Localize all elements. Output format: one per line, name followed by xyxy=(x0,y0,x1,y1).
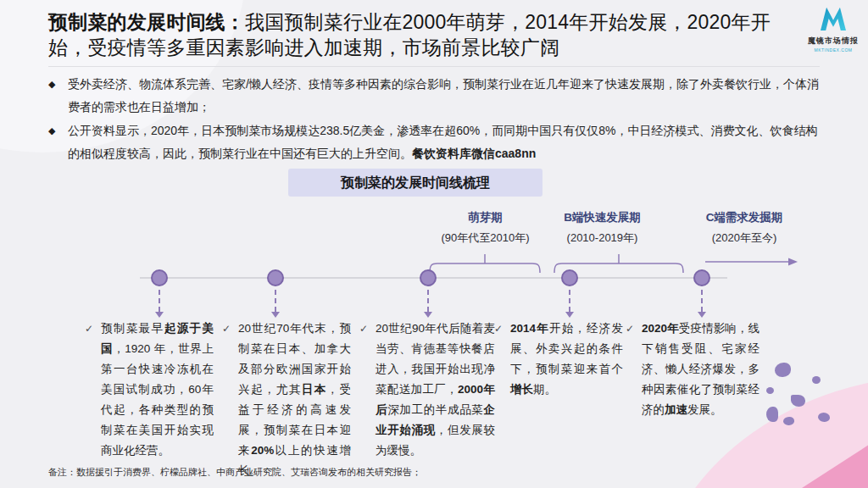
brace-connector-1 xyxy=(429,253,541,274)
header-divider xyxy=(48,66,820,67)
bullet-2-bold: 餐饮资料库微信caa8nn xyxy=(412,147,536,160)
timeline-item-china-start: ✓ 20世纪90年代后随着麦当劳、肯德基等快餐店进入，我国开始出现净菜配送加工厂… xyxy=(359,319,495,461)
dashed-down-arrow xyxy=(569,290,570,312)
check-icon: ✓ xyxy=(222,319,233,481)
phase-range: (2020年至今) xyxy=(676,230,812,246)
dashed-down-arrow xyxy=(159,290,160,312)
logo-text: 魔镜市场情报 xyxy=(804,36,863,47)
timeline-item-usa-origin: ✓ 预制菜最早起源于美国，1920 年，世界上第一台快速冷冻机在美国试制成功，6… xyxy=(85,319,214,461)
phase-range: (90年代至2010年) xyxy=(420,230,551,246)
bullet-item: ◆ 公开资料显示，2020年，日本预制菜市场规模达238.5亿美金，渗透率在超6… xyxy=(48,119,824,165)
timeline-dot-1 xyxy=(151,269,168,286)
logo-subtext: MKTINDEX.COM xyxy=(804,47,863,53)
timeline-item-2014-growth: ✓ 2014年开始，经济发展、外卖兴起的条件下，预制菜迎来首个增长期。 xyxy=(494,319,623,400)
bullet-1-text: 受外卖经济、物流体系完善、宅家/懒人经济、疫情等多种因素的综合影响，预制菜行业在… xyxy=(68,77,819,114)
phase-label-c-side-demand: C端需求发掘期 (2020年至今) xyxy=(676,210,812,246)
seg: 发展。 xyxy=(687,403,722,416)
purple-dot xyxy=(818,413,830,422)
check-icon: ✓ xyxy=(85,319,96,461)
phase-range: (2010-2019年) xyxy=(537,230,668,246)
timeline-dot-3 xyxy=(420,269,437,286)
check-icon: ✓ xyxy=(494,319,505,400)
dashed-down-arrow xyxy=(427,290,429,312)
down-arrowhead-icon xyxy=(155,312,164,318)
phase-name: 萌芽期 xyxy=(420,210,551,225)
seg-bold: 加速 xyxy=(665,403,687,416)
footnote: 备注：数据援引于消费界、柠檬品牌社、中商产业研究院、艾瑞咨询发布的相关研究报告； xyxy=(48,466,421,479)
page-title-bold: 预制菜的发展时间线： xyxy=(48,11,245,33)
logo-m-icon xyxy=(818,19,849,34)
seg: 受疫情影响，线下销售受阻、宅家经济、懒人经济爆发，多种因素催化了预制菜经济的 xyxy=(642,322,760,416)
purple-dot xyxy=(812,376,821,384)
bullet-item: ◆ 受外卖经济、物流体系完善、宅家/懒人经济、疫情等多种因素的综合影响，预制菜行… xyxy=(48,73,824,119)
seg: 预制菜最早 xyxy=(101,322,164,335)
summary-bullets: ◆ 受外卖经济、物流体系完善、宅家/懒人经济、疫情等多种因素的综合影响，预制菜行… xyxy=(48,73,824,166)
bullet-text: 公开资料显示，2020年，日本预制菜市场规模达238.5亿美金，渗透率在超60%… xyxy=(68,119,824,165)
brand-logo: 魔镜市场情报 MKTINDEX.COM xyxy=(804,6,863,53)
down-arrowhead-icon xyxy=(424,312,432,318)
seg-bold: 增长 xyxy=(510,383,533,396)
seg-bold: 日本 xyxy=(302,383,327,396)
diamond-bullet-icon: ◆ xyxy=(48,73,60,119)
down-arrowhead-icon xyxy=(565,312,574,318)
phase-name: B端快速发展期 xyxy=(537,210,668,225)
purple-dot xyxy=(791,395,805,407)
down-arrowhead-icon xyxy=(271,312,280,318)
section-title: 预制菜的发展时间线梳理 xyxy=(288,169,542,197)
down-arrowhead-icon xyxy=(698,312,706,318)
seg-bold: 20% xyxy=(251,444,274,457)
timeline-dot-4 xyxy=(561,269,578,286)
timeline-item-text: 预制菜最早起源于美国，1920 年，世界上第一台快速冷冻机在美国试制成功，60年… xyxy=(101,319,214,461)
timeline-item-text: 20世纪70年代末，预制菜在日本、加拿大及部分欧洲国家开始兴起，尤其日本，受益于… xyxy=(238,319,351,481)
seg: 期。 xyxy=(533,383,556,396)
phase-name: C端需求发掘期 xyxy=(676,210,812,225)
phase-label-b-side-growth: B端快速发展期 (2010-2019年) xyxy=(537,210,668,246)
dashed-down-arrow xyxy=(701,290,703,312)
purple-dot xyxy=(766,407,778,422)
check-icon: ✓ xyxy=(626,319,637,420)
purple-dot xyxy=(775,363,791,377)
seg: 深加工的半成品菜 xyxy=(387,403,483,416)
timeline-item-text: 2020年受疫情影响，线下销售受阻、宅家经济、懒人经济爆发，多种因素催化了预制菜… xyxy=(642,319,760,420)
right-arrow-icon xyxy=(705,257,798,267)
timeline-item-text: 2014年开始，经济发展、外卖兴起的条件下，预制菜迎来首个增长期。 xyxy=(510,319,623,400)
page-title: 预制菜的发展时间线：我国预制菜行业在2000年萌芽，2014年开始发展，2020… xyxy=(48,9,807,60)
bullet-text: 受外卖经济、物流体系完善、宅家/懒人经济、疫情等多种因素的综合影响，预制菜行业在… xyxy=(68,73,824,119)
seg: ，1920 年，世界上第一台快速冷冻机在美国试制成功，60年代起，各种类型的预制… xyxy=(101,342,214,457)
timeline-dot-2 xyxy=(267,269,284,286)
timeline-item-japan-rise: ✓ 20世纪70年代末，预制菜在日本、加拿大及部分欧洲国家开始兴起，尤其日本，受… xyxy=(222,319,351,481)
diamond-bullet-icon: ◆ xyxy=(48,119,60,165)
seg-bold: 2014年 xyxy=(510,322,549,335)
purple-dot xyxy=(783,417,794,425)
slide: 预制菜的发展时间线：我国预制菜行业在2000年萌芽，2014年开始发展，2020… xyxy=(0,0,868,488)
purple-dot xyxy=(766,387,774,394)
timeline-dot-5 xyxy=(693,269,710,286)
phase-label-germination: 萌芽期 (90年代至2010年) xyxy=(420,210,551,246)
check-icon: ✓ xyxy=(359,319,370,461)
seg-bold: 2020年 xyxy=(642,322,679,335)
timeline-item-2020-acceleration: ✓ 2020年受疫情影响，线下销售受阻、宅家经济、懒人经济爆发，多种因素催化了预… xyxy=(626,319,760,420)
dashed-down-arrow xyxy=(275,290,276,312)
timeline-item-text: 20世纪90年代后随着麦当劳、肯德基等快餐店进入，我国开始出现净菜配送加工厂，2… xyxy=(376,319,495,461)
